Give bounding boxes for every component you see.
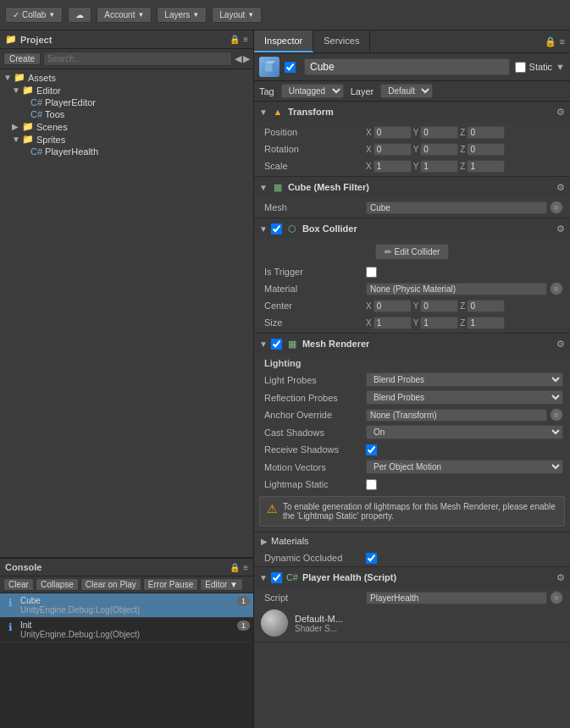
- position-xyz: X Y Z: [366, 126, 563, 139]
- position-y[interactable]: [420, 126, 458, 139]
- create-button[interactable]: Create: [3, 52, 41, 65]
- light-probes-select[interactable]: Blend Probes: [366, 372, 563, 387]
- tree-item-player-health[interactable]: C# PlayerHealth: [0, 146, 253, 157]
- materials-header[interactable]: ▶ Materials: [254, 532, 570, 549]
- collider-material-input[interactable]: [366, 283, 547, 295]
- tree-item-editor[interactable]: ▼ 📁 Editor: [0, 84, 253, 97]
- rotation-z[interactable]: [467, 143, 505, 156]
- svg-rect-0: [264, 63, 273, 72]
- script-input[interactable]: [366, 592, 547, 604]
- mesh-renderer-settings-icon[interactable]: ⚙: [556, 339, 565, 350]
- material-ball-row: Default-M... Shader S...: [254, 606, 570, 640]
- tree-item-scenes[interactable]: ▶ 📁 Scenes: [0, 120, 253, 133]
- inspector-tab[interactable]: Inspector: [254, 30, 313, 52]
- console-editor-btn[interactable]: Editor ▼: [200, 578, 243, 591]
- project-panel: 📁 Project 🔒 ≡ Create ◀ ▶ ▼ 📁: [0, 30, 253, 559]
- project-search-input[interactable]: [43, 52, 232, 66]
- scenes-folder-icon: 📁: [22, 121, 34, 132]
- mesh-filter-settings-icon[interactable]: ⚙: [556, 182, 565, 193]
- tree-item-player-editor[interactable]: C# PlayerEditor: [0, 97, 253, 108]
- tree-item-sprites[interactable]: ▼ 📁 Sprites: [0, 133, 253, 146]
- box-collider-settings-icon[interactable]: ⚙: [556, 223, 565, 234]
- anchor-override-btn[interactable]: ○: [550, 408, 563, 422]
- console-collapse-btn[interactable]: Collapse: [36, 578, 79, 591]
- size-z[interactable]: [467, 317, 505, 329]
- center-y[interactable]: [420, 300, 458, 312]
- init-log-icon: ℹ: [3, 620, 17, 634]
- is-trigger-checkbox[interactable]: [366, 267, 377, 278]
- static-checkbox[interactable]: [515, 62, 526, 73]
- lighting-label: Lighting: [254, 356, 570, 371]
- center-xyz: X Y Z: [366, 300, 563, 312]
- console-error-pause-btn[interactable]: Error Pause: [143, 578, 198, 591]
- size-x[interactable]: [374, 317, 412, 329]
- tree-item-toos[interactable]: C# Toos: [0, 108, 253, 120]
- box-collider-icon: ⬡: [285, 222, 299, 235]
- static-arrow[interactable]: ▼: [556, 62, 565, 72]
- layout-button[interactable]: Layout ▼: [212, 7, 262, 23]
- services-tab[interactable]: Services: [313, 30, 370, 52]
- player-health-settings-icon[interactable]: ⚙: [556, 572, 565, 583]
- edit-collider-btn[interactable]: ✏ Edit Collider: [375, 244, 450, 260]
- motion-vectors-select[interactable]: Per Object Motion: [366, 460, 563, 474]
- dynamic-occluded-checkbox[interactable]: [366, 553, 377, 564]
- size-y[interactable]: [420, 317, 458, 329]
- lock-icon[interactable]: 🔒: [230, 35, 240, 44]
- object-enabled-checkbox[interactable]: [285, 62, 296, 73]
- mesh-filter-icon: ▦: [271, 180, 285, 194]
- console-clear-btn[interactable]: Clear: [3, 578, 34, 591]
- mesh-select-btn[interactable]: ○: [550, 201, 563, 214]
- collab-button[interactable]: ✓ Collab ▼: [5, 7, 63, 23]
- center-z[interactable]: [467, 300, 505, 312]
- object-name-input[interactable]: [304, 58, 510, 75]
- reflection-probes-select[interactable]: Blend Probes: [366, 390, 563, 405]
- cube-object-icon: [259, 57, 279, 77]
- scenes-arrow: ▶: [12, 122, 20, 131]
- tree-item-assets[interactable]: ▼ 📁 Assets: [0, 71, 253, 84]
- account-button[interactable]: Account ▼: [97, 7, 152, 23]
- search-next-icon[interactable]: ▶: [243, 53, 250, 64]
- position-x[interactable]: [374, 126, 412, 139]
- scale-z[interactable]: [467, 160, 505, 173]
- search-prev-icon[interactable]: ◀: [235, 53, 241, 64]
- tab-menu-icon[interactable]: ≡: [560, 36, 565, 47]
- layer-select[interactable]: Default: [380, 84, 433, 98]
- anchor-override-input[interactable]: [366, 409, 547, 422]
- menu-icon[interactable]: ≡: [243, 35, 248, 44]
- console-menu-icon[interactable]: ≡: [243, 563, 248, 572]
- console-entry-cube[interactable]: ℹ Cube UnityEngine.Debug:Log(Object) 1: [0, 593, 253, 618]
- rotation-y[interactable]: [420, 143, 458, 156]
- cloud-button[interactable]: ☁: [68, 7, 91, 23]
- mesh-renderer-header[interactable]: ▼ ▦ Mesh Renderer ⚙: [254, 334, 570, 354]
- box-collider-header[interactable]: ▼ ⬡ Box Collider ⚙: [254, 218, 570, 239]
- mesh-input[interactable]: [366, 201, 547, 214]
- receive-shadows-checkbox[interactable]: [366, 444, 377, 455]
- tab-lock-icon[interactable]: 🔒: [545, 36, 556, 47]
- project-search-bar: Create ◀ ▶: [0, 49, 253, 69]
- mesh-filter-header[interactable]: ▼ ▦ Cube (Mesh Filter) ⚙: [254, 177, 570, 197]
- cast-shadows-select[interactable]: On: [366, 425, 563, 439]
- collider-material-btn[interactable]: ○: [550, 282, 563, 295]
- box-collider-actions: ⚙: [556, 223, 565, 234]
- box-collider-enabled[interactable]: [271, 223, 282, 234]
- console-entry-init[interactable]: ℹ Init UnityEngine.Debug:Log(Object) 1: [0, 618, 253, 643]
- player-health-enabled[interactable]: [271, 572, 282, 583]
- script-select-btn[interactable]: ○: [550, 591, 563, 604]
- scale-y[interactable]: [420, 160, 458, 173]
- lightmap-static-checkbox[interactable]: [366, 479, 377, 490]
- position-z[interactable]: [467, 126, 505, 139]
- mesh-renderer-enabled[interactable]: [271, 339, 282, 350]
- player-health-header[interactable]: ▼ C# Player Health (Script) ⚙: [254, 567, 570, 587]
- center-x[interactable]: [374, 300, 412, 312]
- layers-button[interactable]: Layers ▼: [157, 7, 207, 23]
- player-editor-arrow: [20, 98, 29, 108]
- edit-collider-icon: ✏: [385, 247, 391, 256]
- console-lock-icon[interactable]: 🔒: [230, 563, 240, 572]
- transform-settings-icon[interactable]: ⚙: [556, 107, 565, 118]
- tag-select[interactable]: Untagged: [281, 84, 344, 98]
- scale-x[interactable]: [374, 160, 412, 173]
- toolbar: ✓ Collab ▼ ☁ Account ▼ Layers ▼ Layout ▼: [0, 0, 570, 30]
- console-clear-on-play-btn[interactable]: Clear on Play: [80, 578, 141, 591]
- transform-header[interactable]: ▼ ▲ Transform ⚙: [254, 102, 570, 122]
- rotation-x[interactable]: [374, 143, 412, 156]
